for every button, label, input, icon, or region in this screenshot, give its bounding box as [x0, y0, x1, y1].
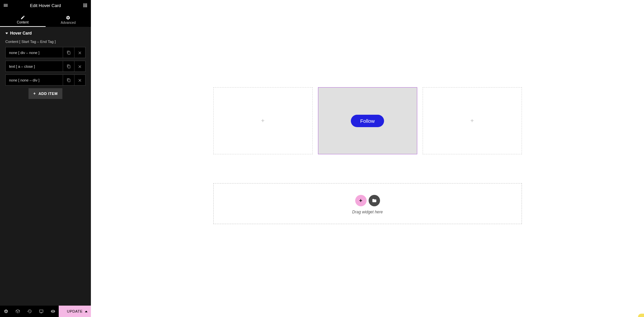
editor-sidebar: Edit Hover Card Content Advanced Hover C…: [0, 0, 91, 317]
corner-decoration: [638, 314, 644, 317]
plus-icon: +: [33, 91, 36, 96]
columns-row: + Follow +: [213, 87, 522, 154]
sidebar-header: Edit Hover Card: [0, 0, 91, 11]
duplicate-button[interactable]: [63, 61, 74, 72]
tab-advanced[interactable]: Advanced: [46, 11, 91, 27]
caret-down-icon: [5, 33, 8, 34]
template-library-button[interactable]: [369, 195, 380, 206]
hover-card-widget[interactable]: Follow: [318, 87, 417, 154]
tab-content-label: Content: [17, 20, 29, 24]
section-toggle-hover-card[interactable]: Hover Card: [0, 27, 91, 38]
hamburger-icon[interactable]: [3, 2, 9, 8]
remove-button[interactable]: [74, 74, 86, 86]
canvas-inner: + Follow + + Drag widget here: [91, 0, 644, 237]
sidebar-body: Hover Card Content [ Start Tag – End Tag…: [0, 27, 91, 306]
repeater-item: none [ div – none ]: [5, 47, 86, 58]
remove-button[interactable]: [74, 61, 86, 72]
navigator-icon[interactable]: [12, 306, 23, 317]
update-button[interactable]: UPDATE: [59, 306, 91, 317]
add-widget-icon[interactable]: +: [261, 117, 265, 124]
empty-column-left[interactable]: +: [213, 87, 313, 154]
empty-column-right[interactable]: +: [423, 87, 522, 154]
panel-title: Edit Hover Card: [9, 3, 82, 8]
responsive-icon[interactable]: [35, 306, 47, 317]
apps-grid-icon[interactable]: [82, 2, 88, 8]
new-section-actions: +: [355, 195, 380, 206]
editor-canvas: + Follow + + Drag widget here: [91, 0, 644, 317]
duplicate-button[interactable]: [63, 47, 74, 58]
section-title: Hover Card: [10, 31, 32, 36]
tab-content[interactable]: Content: [0, 11, 46, 27]
update-label: UPDATE: [67, 309, 83, 313]
duplicate-button[interactable]: [63, 74, 74, 86]
repeater-item-label[interactable]: none [ div – none ]: [5, 47, 63, 58]
repeater-item: text [ a – close ]: [5, 61, 86, 72]
add-item-button[interactable]: + ADD ITEM: [29, 88, 62, 99]
add-item-label: ADD ITEM: [39, 92, 58, 96]
history-icon[interactable]: [23, 306, 35, 317]
settings-icon[interactable]: [0, 306, 12, 317]
remove-button[interactable]: [74, 47, 86, 58]
repeater-item-label[interactable]: none [ none – div ]: [5, 74, 63, 86]
preview-icon[interactable]: [47, 306, 59, 317]
sidebar-tabs: Content Advanced: [0, 11, 91, 27]
follow-button[interactable]: Follow: [351, 115, 384, 127]
section-subtitle: Content [ Start Tag – End Tag ]: [0, 38, 91, 47]
tab-advanced-label: Advanced: [61, 21, 75, 24]
add-widget-icon[interactable]: +: [470, 117, 474, 124]
new-section-dropzone[interactable]: + Drag widget here: [213, 183, 522, 224]
add-section-button[interactable]: +: [355, 195, 367, 206]
repeater-item-label[interactable]: text [ a – close ]: [5, 61, 63, 72]
sidebar-footer: UPDATE: [0, 306, 91, 317]
drag-hint-text: Drag widget here: [352, 210, 383, 214]
repeater-item: none [ none – div ]: [5, 74, 86, 86]
caret-up-icon: [85, 311, 88, 312]
